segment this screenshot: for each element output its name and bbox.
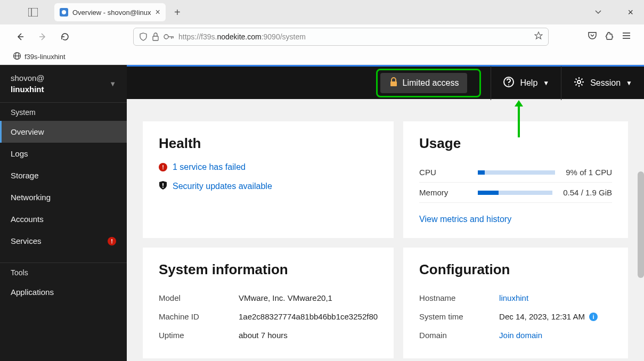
- error-icon: !: [159, 163, 167, 171]
- sysinfo-uptime-row: Uptime about 7 hours: [159, 326, 378, 344]
- health-security-updates[interactable]: Security updates available: [159, 180, 378, 192]
- sidebar-section-system[interactable]: System: [0, 102, 127, 121]
- back-button[interactable]: [13, 29, 28, 44]
- sidebar: shovon@ linuxhint ▼ System Overview Logs…: [0, 65, 127, 361]
- usage-cpu-value: 9% of 1 CPU: [566, 168, 612, 177]
- sidebar-item-storage[interactable]: Storage: [0, 165, 127, 186]
- content: Limited access Help ▼ Session ▼: [127, 65, 644, 361]
- health-service-failed[interactable]: ! 1 service has failed: [159, 162, 378, 172]
- config-card: Configuration Hostname linuxhint System …: [403, 248, 628, 358]
- config-time-row: System time Dec 14, 2023, 12:31 AM i: [419, 307, 612, 326]
- sidebar-item-overview[interactable]: Overview: [0, 121, 127, 143]
- sidebar-item-logs[interactable]: Logs: [0, 143, 127, 165]
- svg-point-19: [577, 80, 581, 84]
- sysinfo-machineid-row: Machine ID 1ae2c88327774a81bb46bb1ce3252…: [159, 307, 378, 326]
- tab-title: Overview - shovon@linux: [72, 9, 151, 17]
- tab-favicon-icon: [60, 8, 68, 17]
- sidebar-user-toggle[interactable]: shovon@ linuxhint ▼: [0, 65, 127, 102]
- svg-point-18: [508, 84, 509, 85]
- topbar: Limited access Help ▼ Session ▼: [127, 65, 644, 99]
- gear-icon: [573, 76, 585, 90]
- bookmark-star-icon[interactable]: [534, 31, 543, 42]
- browser-tab[interactable]: Overview - shovon@linux ×: [54, 3, 166, 21]
- lock-icon: [152, 32, 159, 41]
- health-card: Health ! 1 service has failed Security u…: [143, 121, 394, 238]
- hostname-link[interactable]: linuxhint: [499, 293, 528, 302]
- config-hostname-row: Hostname linuxhint: [419, 289, 612, 307]
- usage-memory-bar: [478, 191, 552, 195]
- chevron-down-icon: ▼: [626, 79, 632, 87]
- help-icon: [503, 76, 515, 90]
- metrics-link[interactable]: View metrics and history: [419, 215, 511, 224]
- svg-point-6: [164, 35, 168, 39]
- shield-icon: [139, 32, 148, 41]
- hamburger-menu-icon[interactable]: [622, 31, 631, 43]
- sidebar-toggle-icon[interactable]: [27, 6, 39, 19]
- info-icon[interactable]: i: [589, 313, 598, 321]
- annotation-highlight: Limited access: [376, 69, 482, 97]
- limited-access-button[interactable]: Limited access: [380, 73, 468, 93]
- sysinfo-title: System information: [159, 261, 378, 278]
- svg-point-2: [62, 10, 66, 14]
- reload-button[interactable]: [58, 29, 72, 44]
- usage-memory-label: Memory: [419, 188, 467, 197]
- usage-card: Usage CPU 9% of 1 CPU Memory 0.54 / 1.9 …: [403, 121, 628, 238]
- shield-alert-icon: [159, 180, 167, 192]
- bookmark-item[interactable]: f39s-linuxhint: [25, 53, 66, 61]
- globe-icon: [13, 52, 21, 62]
- sidebar-section-tools[interactable]: Tools: [0, 262, 127, 281]
- usage-title: Usage: [419, 135, 612, 152]
- config-domain-row: Domain Join domain: [419, 326, 612, 344]
- sidebar-item-services[interactable]: Services !: [0, 230, 127, 252]
- config-title: Configuration: [419, 261, 612, 278]
- tab-strip: Overview - shovon@linux × + ×: [0, 0, 644, 24]
- chevron-down-icon: ▼: [109, 80, 116, 88]
- pocket-icon[interactable]: [588, 31, 597, 43]
- url-bar[interactable]: https://f39s.nodekite.com:9090/system: [133, 28, 549, 46]
- window-close-icon[interactable]: ×: [622, 7, 639, 18]
- join-domain-link[interactable]: Join domain: [499, 331, 542, 340]
- svg-rect-23: [162, 187, 164, 188]
- bookmark-bar: f39s-linuxhint: [0, 49, 644, 65]
- scrollbar-thumb[interactable]: [638, 171, 644, 278]
- svg-rect-5: [153, 36, 158, 40]
- svg-rect-22: [162, 183, 164, 186]
- sidebar-item-applications[interactable]: Applications: [0, 281, 127, 303]
- usage-cpu-bar: [478, 170, 555, 175]
- session-button[interactable]: Session ▼: [561, 66, 644, 100]
- browser-chrome: Overview - shovon@linux × + × https://f3…: [0, 0, 644, 65]
- usage-cpu-label: CPU: [419, 168, 467, 177]
- health-title: Health: [159, 135, 378, 152]
- lock-icon: [389, 77, 398, 89]
- svg-rect-0: [28, 8, 38, 17]
- help-button[interactable]: Help ▼: [491, 66, 561, 100]
- forward-button: [35, 29, 50, 44]
- key-icon: [164, 34, 174, 40]
- new-tab-button[interactable]: +: [170, 6, 185, 19]
- sidebar-user: shovon@ linuxhint: [11, 72, 45, 95]
- sidebar-item-networking[interactable]: Networking: [0, 186, 127, 208]
- extensions-icon[interactable]: [605, 31, 614, 43]
- sysinfo-model-row: Model VMware, Inc. VMware20,1: [159, 289, 378, 307]
- alert-badge-icon: !: [108, 237, 116, 245]
- usage-cpu-row: CPU 9% of 1 CPU: [419, 162, 612, 183]
- usage-memory-value: 0.54 / 1.9 GiB: [563, 188, 612, 197]
- tab-close-icon[interactable]: ×: [156, 7, 160, 17]
- nav-bar: https://f39s.nodekite.com:9090/system: [0, 24, 644, 49]
- usage-memory-row: Memory 0.54 / 1.9 GiB: [419, 183, 612, 203]
- sysinfo-card: System information Model VMware, Inc. VM…: [143, 248, 394, 358]
- tabs-dropdown-icon[interactable]: [578, 8, 618, 17]
- chevron-down-icon: ▼: [543, 79, 549, 87]
- svg-rect-16: [390, 81, 397, 86]
- app: shovon@ linuxhint ▼ System Overview Logs…: [0, 65, 644, 361]
- sidebar-item-accounts[interactable]: Accounts: [0, 208, 127, 230]
- url-text: https://f39s.nodekite.com:9090/system: [178, 32, 530, 41]
